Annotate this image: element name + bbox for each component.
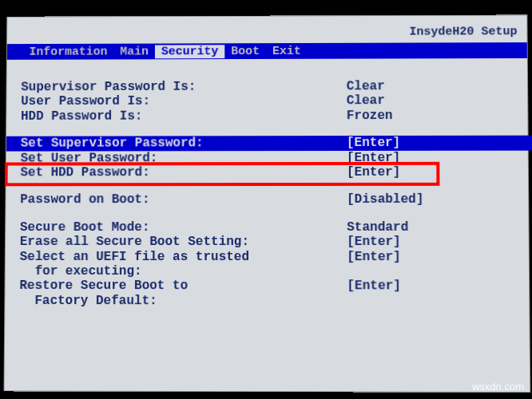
value-set-user-password: [Enter] (347, 150, 400, 164)
row-password-on-boot[interactable]: Password on Boot: [Disabled] (20, 192, 514, 207)
label-set-user-password: Set User Password: (21, 151, 347, 166)
value-user-password-is: Clear (347, 94, 385, 109)
value-set-hdd-password: [Enter] (347, 165, 400, 180)
row-user-password-is: User Password Is: Clear (21, 93, 513, 109)
row-hdd-password-is: HDD Password Is: Frozen (21, 109, 513, 124)
security-content: Supervisor Password Is: Clear User Passw… (5, 63, 529, 309)
label-erase-secure-boot: Erase all Secure Boot Setting: (20, 235, 347, 249)
value-supervisor-password-is: Clear (347, 79, 385, 93)
tab-main[interactable]: Main (113, 45, 155, 58)
value-password-on-boot: [Disabled] (347, 192, 423, 207)
menu-bar: Information Main Security Boot Exit (7, 42, 527, 60)
tab-boot[interactable]: Boot (224, 45, 266, 58)
firmware-mode: Setup (481, 25, 517, 38)
row-erase-secure-boot[interactable]: Erase all Secure Boot Setting: [Enter] (20, 235, 514, 249)
row-supervisor-password-is: Supervisor Password Is: Clear (21, 79, 513, 95)
firmware-brand: InsydeH20 (409, 25, 474, 38)
label-password-on-boot: Password on Boot: (20, 192, 347, 207)
row-select-uefi-file[interactable]: Select an UEFI file as trusted for execu… (20, 250, 514, 279)
bios-screen: InsydeH20 Setup Information Main Securit… (3, 14, 530, 393)
row-set-supervisor-password[interactable]: Set Supervisor Password: [Enter] (6, 136, 532, 151)
firmware-title: InsydeH20 Setup (409, 25, 517, 38)
label-hdd-password-is: HDD Password Is: (21, 109, 347, 124)
label-supervisor-password-is: Supervisor Password Is: (21, 79, 346, 94)
row-restore-secure-boot[interactable]: Restore Secure Boot to Factory Default: … (19, 279, 514, 308)
label-set-hdd-password: Set HDD Password: (20, 165, 347, 180)
value-set-supervisor-password: [Enter] (347, 136, 400, 150)
tab-security[interactable]: Security (155, 45, 224, 58)
label-secure-boot-mode: Secure Boot Mode: (20, 220, 347, 235)
tab-information[interactable]: Information (23, 45, 114, 58)
label-user-password-is: User Password Is: (21, 94, 347, 109)
row-secure-boot-mode[interactable]: Secure Boot Mode: Standard (20, 220, 514, 235)
value-select-uefi-file: [Enter] (347, 250, 401, 279)
label-set-supervisor-password: Set Supervisor Password: (21, 136, 347, 151)
row-set-hdd-password[interactable]: Set HDD Password: [Enter] (20, 165, 513, 180)
row-set-user-password[interactable]: Set User Password: [Enter] (21, 150, 514, 165)
tab-exit[interactable]: Exit (266, 44, 308, 57)
value-hdd-password-is: Frozen (347, 109, 393, 123)
label-restore-secure-boot: Restore Secure Boot to Factory Default: (19, 279, 347, 308)
value-secure-boot-mode: Standard (347, 220, 408, 235)
watermark: wsxdn.com (472, 381, 524, 393)
label-select-uefi-file: Select an UEFI file as trusted for execu… (20, 250, 347, 279)
value-restore-secure-boot: [Enter] (347, 279, 401, 309)
value-erase-secure-boot: [Enter] (347, 235, 401, 249)
